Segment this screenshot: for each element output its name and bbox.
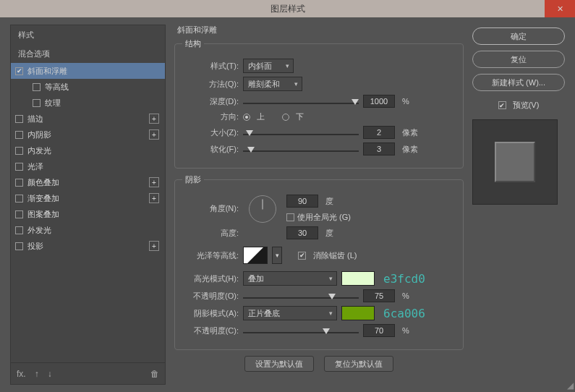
- style-item-label: 颜色叠加: [27, 177, 145, 188]
- titlebar: 图层样式 ✕: [0, 0, 575, 17]
- style-checkbox[interactable]: [15, 242, 23, 250]
- global-light-checkbox[interactable]: [286, 213, 294, 221]
- chevron-down-icon: ▾: [294, 80, 298, 88]
- reset-default-button[interactable]: 复位为默认值: [324, 356, 393, 372]
- method-label: 方法(Q):: [182, 79, 239, 90]
- add-effect-icon[interactable]: +: [149, 129, 159, 140]
- gloss-contour-menu[interactable]: ▾: [272, 247, 282, 264]
- arrow-up-icon[interactable]: ↑: [35, 369, 39, 379]
- style-checkbox[interactable]: [15, 131, 23, 139]
- angle-label: 角度(N):: [182, 203, 239, 214]
- style-select[interactable]: 内斜面▾: [243, 59, 294, 73]
- soften-slider[interactable]: [243, 144, 359, 154]
- styles-list-panel: 样式 混合选项 斜面和浮雕等高线纹理描边+内阴影+内发光光泽颜色叠加+渐变叠加+…: [10, 25, 166, 385]
- blend-options-row[interactable]: 混合选项: [11, 45, 165, 63]
- style-label: 样式(T):: [182, 61, 239, 72]
- style-item-5[interactable]: 内发光: [11, 142, 165, 158]
- antialias-label: 消除锯齿 (L): [313, 250, 357, 261]
- style-item-label: 渐变叠加: [27, 193, 145, 204]
- style-item-7[interactable]: 颜色叠加+: [11, 174, 165, 190]
- add-effect-icon[interactable]: +: [149, 177, 159, 187]
- highlight-opacity-input[interactable]: 75: [363, 289, 395, 302]
- angle-dial[interactable]: [249, 195, 276, 223]
- add-effect-icon[interactable]: +: [149, 241, 159, 251]
- size-slider[interactable]: [243, 127, 359, 137]
- depth-unit: %: [402, 97, 409, 106]
- style-item-4[interactable]: 内阴影+: [11, 127, 165, 142]
- down-label: 下: [296, 111, 304, 122]
- add-effect-icon[interactable]: +: [149, 193, 159, 203]
- close-icon: ✕: [557, 4, 563, 14]
- fx-menu[interactable]: fx.: [17, 369, 26, 379]
- depth-label: 深度(D):: [182, 96, 239, 107]
- style-item-2[interactable]: 纹理: [11, 95, 165, 111]
- style-item-label: 投影: [27, 241, 145, 252]
- highlight-color-annotation: e3fcd0: [383, 272, 425, 286]
- altitude-unit: 度: [325, 228, 333, 239]
- style-item-0[interactable]: 斜面和浮雕: [11, 63, 165, 79]
- style-checkbox[interactable]: [15, 179, 23, 187]
- global-light-label: 使用全局光 (G): [297, 212, 351, 223]
- method-select[interactable]: 雕刻柔和▾: [243, 77, 302, 91]
- direction-down-radio[interactable]: [282, 114, 289, 121]
- highlight-opacity-slider[interactable]: [243, 291, 359, 301]
- make-default-button[interactable]: 设置为默认值: [244, 356, 314, 372]
- gloss-label: 光泽等高线:: [182, 250, 239, 261]
- style-checkbox[interactable]: [15, 210, 23, 218]
- style-item-11[interactable]: 投影+: [11, 238, 165, 254]
- angle-input[interactable]: 90: [286, 195, 318, 208]
- up-label: 上: [257, 111, 265, 122]
- highlight-mode-select[interactable]: 叠加▾: [243, 271, 337, 286]
- preview-checkbox[interactable]: [498, 101, 506, 109]
- highlight-mode-label: 高光模式(H):: [182, 273, 239, 284]
- cancel-button[interactable]: 复位: [472, 51, 565, 68]
- style-item-9[interactable]: 图案叠加: [11, 206, 165, 222]
- chevron-down-icon: ▾: [286, 62, 289, 69]
- shadow-opacity-input[interactable]: 70: [363, 324, 395, 337]
- style-item-label: 内阴影: [27, 129, 145, 140]
- depth-input[interactable]: 1000: [363, 95, 395, 108]
- add-effect-icon[interactable]: +: [149, 114, 159, 124]
- shadow-opacity-unit: %: [402, 326, 409, 335]
- gloss-contour[interactable]: [243, 247, 268, 264]
- style-checkbox[interactable]: [15, 147, 23, 155]
- altitude-label: 高度:: [182, 228, 239, 239]
- depth-slider[interactable]: [243, 96, 359, 106]
- style-item-10[interactable]: 外发光: [11, 222, 165, 238]
- panel-title: 斜面和浮雕: [174, 25, 464, 35]
- close-button[interactable]: ✕: [545, 0, 575, 17]
- style-checkbox[interactable]: [15, 115, 23, 123]
- size-unit: 像素: [402, 127, 418, 138]
- shadow-mode-label: 阴影模式(A):: [182, 308, 239, 319]
- style-item-8[interactable]: 渐变叠加+: [11, 190, 165, 206]
- size-label: 大小(Z):: [182, 127, 239, 138]
- direction-up-radio[interactable]: [243, 114, 250, 121]
- arrow-down-icon[interactable]: ↓: [48, 369, 52, 379]
- style-checkbox[interactable]: [15, 163, 23, 171]
- soften-input[interactable]: 3: [363, 142, 395, 155]
- defaults-row: 设置为默认值 复位为默认值: [174, 356, 464, 372]
- shadow-opacity-slider[interactable]: [243, 325, 359, 336]
- style-checkbox[interactable]: [33, 99, 41, 107]
- shadow-opacity-label: 不透明度(C):: [182, 325, 239, 336]
- ok-button[interactable]: 确定: [472, 27, 565, 45]
- style-checkbox[interactable]: [15, 195, 23, 203]
- size-input[interactable]: 2: [363, 126, 395, 139]
- preview-label: 预览(V): [513, 100, 540, 111]
- new-style-button[interactable]: 新建样式 (W)...: [472, 74, 565, 91]
- antialias-checkbox[interactable]: [298, 252, 306, 260]
- style-item-6[interactable]: 光泽: [11, 158, 165, 174]
- style-checkbox[interactable]: [15, 67, 23, 75]
- altitude-input[interactable]: 30: [286, 226, 318, 239]
- shadow-mode-select[interactable]: 正片叠底▾: [243, 306, 337, 320]
- style-checkbox[interactable]: [33, 83, 41, 91]
- shadow-color-swatch[interactable]: [341, 306, 375, 320]
- styles-header: 样式: [11, 25, 165, 45]
- style-item-3[interactable]: 描边+: [11, 111, 165, 127]
- style-item-1[interactable]: 等高线: [11, 79, 165, 95]
- highlight-color-swatch[interactable]: [341, 271, 375, 286]
- trash-icon[interactable]: 🗑: [150, 369, 159, 379]
- resize-grip-icon[interactable]: ◢: [567, 380, 574, 391]
- chevron-down-icon: ▾: [329, 275, 333, 282]
- style-checkbox[interactable]: [15, 226, 23, 234]
